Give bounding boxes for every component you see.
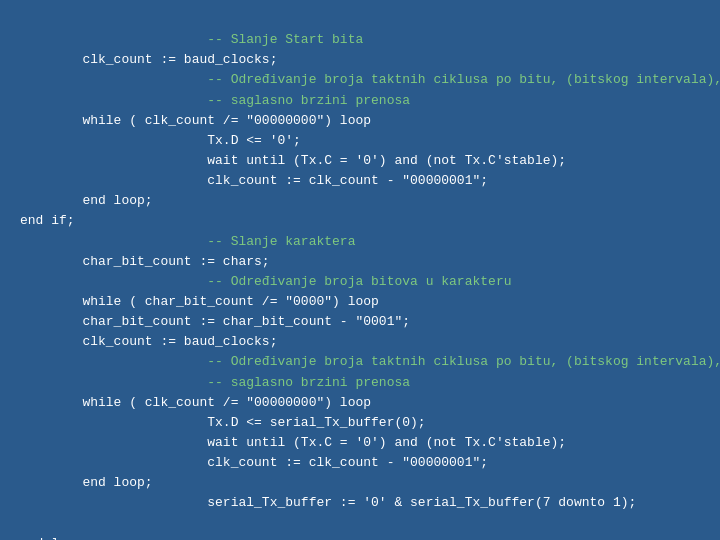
code-line: -- Određivanje broja bitova u karakteru (20, 272, 700, 292)
code-line: -- Određivanje broja taktnih ciklusa po … (20, 70, 700, 90)
code-line: while ( clk_count /= "00000000") loop (20, 393, 700, 413)
code-line: end loop; (20, 534, 700, 540)
code-line: -- Slanje karaktera (20, 232, 700, 252)
code-line: char_bit_count := char_bit_count - "0001… (20, 312, 700, 332)
code-line: while ( clk_count /= "00000000") loop (20, 111, 700, 131)
code-line: -- saglasno brzini prenosa (20, 373, 700, 393)
code-line: clk_count := clk_count - "00000001"; (20, 453, 700, 473)
code-line: wait until (Tx.C = '0') and (not Tx.C'st… (20, 151, 700, 171)
code-line (20, 514, 700, 534)
code-line: end if; (20, 211, 700, 231)
code-line: clk_count := baud_clocks; (20, 50, 700, 70)
code-line: char_bit_count := chars; (20, 252, 700, 272)
code-line: -- Određivanje broja taktnih ciklusa po … (20, 352, 700, 372)
code-line: clk_count := clk_count - "00000001"; (20, 171, 700, 191)
code-line: -- Slanje Start bita (20, 30, 700, 50)
code-line: wait until (Tx.C = '0') and (not Tx.C'st… (20, 433, 700, 453)
code-line: end loop; (20, 473, 700, 493)
code-line: Tx.D <= '0'; (20, 131, 700, 151)
code-line: serial_Tx_buffer := '0' & serial_Tx_buff… (20, 493, 700, 513)
code-line: -- saglasno brzini prenosa (20, 91, 700, 111)
code-line: clk_count := baud_clocks; (20, 332, 700, 352)
code-line: Tx.D <= serial_Tx_buffer(0); (20, 413, 700, 433)
code-block: -- Slanje Start bita clk_count := baud_c… (0, 0, 720, 540)
code-line: end loop; (20, 191, 700, 211)
code-line: while ( char_bit_count /= "0000") loop (20, 292, 700, 312)
